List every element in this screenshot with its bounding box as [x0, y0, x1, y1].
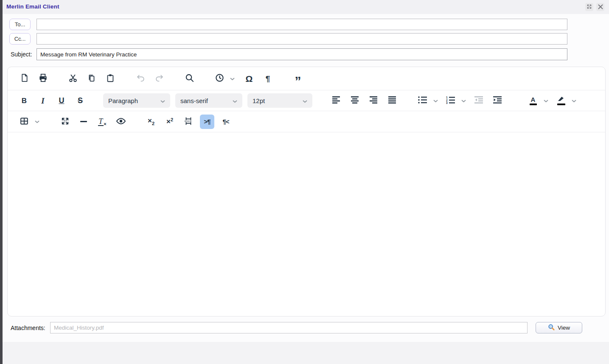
- numbered-list-button[interactable]: 1 2 3: [443, 93, 458, 108]
- window-title: Merlin Email Client: [6, 3, 59, 10]
- close-icon: [598, 3, 603, 11]
- align-left-button[interactable]: [329, 93, 344, 108]
- bold-icon: B: [22, 97, 27, 104]
- highlight-color-dropdown-arrow[interactable]: [570, 93, 578, 108]
- special-character-button[interactable]: Ω: [242, 71, 256, 86]
- paste-icon: [106, 73, 115, 84]
- paste-button[interactable]: [103, 71, 118, 86]
- horizontal-rule-button[interactable]: [76, 115, 91, 129]
- numbered-list-dropdown-arrow[interactable]: [460, 93, 467, 108]
- subject-label: Subject:: [11, 51, 32, 58]
- search-icon: [185, 73, 194, 84]
- font-family-dropdown[interactable]: sans-serif: [175, 93, 242, 108]
- align-right-icon: [370, 96, 378, 105]
- footer-bar: Communication Type Contractual Send Emai…: [3, 342, 609, 364]
- rtl-button[interactable]: ¶<: [219, 115, 233, 129]
- attachments-label: Attachments:: [11, 325, 45, 331]
- bullet-list-icon: [418, 96, 427, 105]
- search-button[interactable]: [182, 71, 196, 86]
- page-break-icon: [184, 116, 193, 127]
- highlight-color-button[interactable]: [554, 93, 568, 108]
- font-size-dropdown[interactable]: 12pt: [247, 93, 312, 108]
- copy-button[interactable]: [84, 71, 99, 86]
- align-center-icon: [351, 96, 359, 105]
- superscript-button[interactable]: ×2: [163, 115, 177, 129]
- close-button[interactable]: [596, 3, 604, 11]
- cut-icon: [68, 73, 78, 84]
- clock-icon: [215, 73, 225, 84]
- page-break-button[interactable]: [181, 115, 196, 129]
- text-color-dropdown-arrow[interactable]: [542, 93, 550, 108]
- new-document-icon: [20, 73, 29, 84]
- chevron-down-icon: [461, 98, 466, 104]
- bullet-list-dropdown-arrow[interactable]: [432, 93, 439, 108]
- redo-button[interactable]: [152, 71, 166, 86]
- insert-datetime-dropdown-arrow[interactable]: [228, 71, 236, 86]
- attachments-input[interactable]: [50, 322, 528, 333]
- outdent-button[interactable]: [471, 93, 486, 108]
- to-input[interactable]: [36, 19, 567, 30]
- maximize-button[interactable]: [585, 3, 593, 11]
- clear-formatting-button[interactable]: T×: [95, 115, 109, 129]
- fullscreen-button[interactable]: [58, 115, 72, 129]
- ltr-button[interactable]: >¶: [200, 115, 214, 129]
- horizontal-rule-icon: [80, 121, 87, 122]
- text-color-swatch: [530, 104, 537, 105]
- print-button[interactable]: [36, 71, 50, 86]
- cc-button[interactable]: Cc...: [9, 33, 31, 45]
- undo-button[interactable]: [133, 71, 148, 86]
- omega-icon: Ω: [246, 74, 253, 83]
- svg-text:3: 3: [446, 101, 448, 104]
- highlighter-icon: [557, 96, 565, 103]
- insert-datetime-button[interactable]: [212, 71, 227, 86]
- bullet-list-button[interactable]: [415, 93, 430, 108]
- clear-formatting-icon: T×: [98, 118, 106, 126]
- table-button[interactable]: [17, 115, 31, 129]
- copy-icon: [87, 73, 96, 84]
- highlight-color-swatch: [557, 104, 565, 105]
- formatting-marks-button[interactable]: ¶: [261, 71, 275, 86]
- undo-icon: [136, 73, 146, 84]
- paragraph-format-value: Paragraph: [108, 97, 138, 104]
- chevron-down-icon: [433, 98, 438, 104]
- text-color-icon: A: [531, 96, 536, 103]
- new-document-button[interactable]: [17, 71, 31, 86]
- indent-icon: [493, 96, 502, 105]
- view-attachment-button[interactable]: View: [536, 322, 582, 333]
- italic-button[interactable]: I: [36, 93, 50, 108]
- justify-button[interactable]: [385, 93, 400, 108]
- preview-button[interactable]: [114, 115, 128, 129]
- paragraph-format-dropdown[interactable]: Paragraph: [103, 93, 170, 108]
- table-dropdown-arrow[interactable]: [33, 115, 41, 129]
- numbered-list-icon: 1 2 3: [446, 96, 455, 105]
- align-right-button[interactable]: [367, 93, 381, 108]
- chevron-down-icon: [303, 97, 307, 104]
- align-left-icon: [332, 96, 341, 105]
- strikethrough-icon: S: [78, 97, 83, 104]
- indent-button[interactable]: [490, 93, 505, 108]
- view-label: View: [558, 325, 570, 331]
- cut-button[interactable]: [66, 71, 80, 86]
- blockquote-button[interactable]: ”: [291, 71, 305, 86]
- rich-text-editor: Ω ¶ ” B I U: [7, 67, 606, 316]
- cc-input[interactable]: [36, 33, 567, 45]
- to-button[interactable]: To...: [9, 19, 31, 30]
- pilcrow-icon: ¶: [266, 75, 270, 83]
- font-family-value: sans-serif: [180, 97, 208, 104]
- superscript-icon: ×2: [166, 118, 173, 125]
- background-window-edge: [0, 0, 3, 364]
- redo-icon: [154, 73, 164, 84]
- subject-input[interactable]: [36, 48, 567, 60]
- chevron-down-icon: [160, 97, 165, 104]
- text-color-button[interactable]: A: [526, 93, 540, 108]
- underline-icon: U: [59, 97, 65, 104]
- bold-button[interactable]: B: [17, 93, 31, 108]
- table-icon: [20, 117, 29, 127]
- editor-content-area[interactable]: [8, 132, 605, 249]
- strikethrough-button[interactable]: S: [73, 93, 87, 108]
- underline-button[interactable]: U: [54, 93, 69, 108]
- subscript-button[interactable]: ×2: [144, 115, 158, 129]
- align-center-button[interactable]: [348, 93, 362, 108]
- ltr-icon: >¶: [204, 118, 210, 125]
- print-icon: [38, 73, 48, 84]
